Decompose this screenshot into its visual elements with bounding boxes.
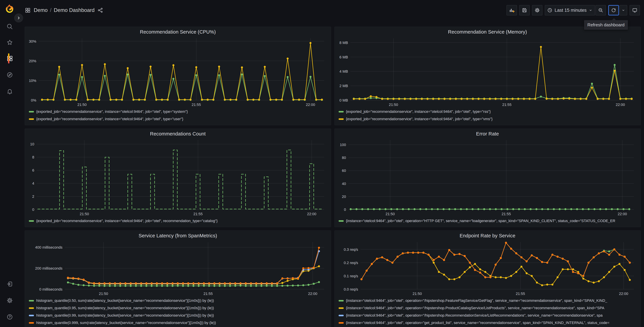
legend-item[interactable]: {exported_job="recommendationservice", i… (29, 115, 328, 123)
chart-legend: {instance="otelcol:9464", job="otel", op… (338, 297, 638, 326)
svg-text:2 MB: 2 MB (339, 84, 348, 88)
svg-text:21:50: 21:50 (412, 292, 422, 296)
sidebar-item-alerting[interactable] (5, 87, 14, 96)
zoom-out-time-button[interactable] (596, 5, 606, 16)
sidebar-item-search[interactable] (5, 22, 14, 31)
legend-label: histogram_quantile(0.95, sum(rate(latenc… (36, 306, 214, 310)
legend-swatch (29, 300, 34, 302)
timeseries-chart[interactable]: 02040608010021:5021:5522:00 (338, 138, 638, 217)
panel-title[interactable]: Recommendation Service (CPU%) (28, 28, 328, 36)
svg-text:21:55: 21:55 (502, 212, 511, 216)
legend-item[interactable]: {exported_job="recommendationservice", i… (29, 108, 328, 115)
zoom-out-icon (598, 8, 603, 13)
legend-item[interactable]: histogram_quantile(0.99, sum(rate(latenc… (29, 312, 328, 319)
panel-error-rate: Error Rate 02040608010021:5021:5522:00 {… (334, 128, 641, 227)
grafana-logo[interactable] (4, 4, 15, 14)
kiosk-mode-button[interactable] (630, 5, 640, 16)
time-range-label: Last 15 minutes (554, 8, 586, 13)
save-dashboard-button[interactable] (519, 5, 530, 16)
legend-swatch (29, 220, 34, 222)
gear-icon (534, 8, 540, 13)
refresh-interval-dropdown[interactable] (620, 5, 627, 16)
chart-legend: {exported_job="recommendationservice", i… (28, 217, 328, 224)
svg-text:21:55: 21:55 (516, 292, 525, 296)
svg-text:0.0 req/s: 0.0 req/s (344, 287, 358, 292)
sidebar-item-help[interactable] (5, 312, 14, 321)
sidebar-item-dashboards[interactable] (5, 54, 14, 63)
svg-text:0 milliseconds: 0 milliseconds (39, 287, 62, 292)
chevron-right-icon (16, 16, 21, 20)
svg-text:22:00: 22:00 (616, 102, 625, 107)
time-range-picker[interactable]: Last 15 minutes (545, 5, 595, 16)
dashboard-grid: Recommendation Service (CPU%) 0%10%20%30… (19, 20, 644, 327)
legend-swatch (338, 118, 344, 120)
add-panel-button[interactable] (506, 5, 517, 16)
svg-text:4: 4 (32, 181, 34, 186)
bell-icon (6, 88, 13, 95)
dashboard-toolbar: Last 15 minutes (506, 5, 640, 16)
breadcrumb-dashboard[interactable]: Demo Dashboard (54, 7, 94, 13)
legend-item[interactable]: {instance="otelcol:9464", job="otel", op… (338, 312, 638, 319)
share-icon[interactable] (98, 8, 103, 13)
legend-label: {exported_job="recommendationservice", i… (346, 117, 492, 121)
svg-text:0: 0 (32, 208, 34, 212)
svg-text:22:00: 22:00 (307, 212, 316, 216)
sidebar-expand-button[interactable] (14, 14, 23, 22)
legend-swatch (338, 322, 344, 324)
panel-recommendation-memory: Recommendation Service (Memory) 0 MB2 MB… (334, 27, 641, 125)
svg-text:6 MB: 6 MB (339, 55, 348, 59)
panel-title[interactable]: Service Latency (from SpanMetrics) (28, 232, 328, 239)
legend-item[interactable]: {instance="otelcol:9464", job="otel", op… (338, 319, 638, 326)
legend-label: {instance="otelcol:9464", job="otel", op… (346, 320, 610, 325)
legend-item[interactable]: histogram_quantile(0.95, sum(rate(latenc… (29, 304, 328, 312)
svg-text:21:50: 21:50 (389, 102, 398, 107)
legend-label: histogram_quantile(0.99, sum(rate(latenc… (36, 313, 214, 318)
gear-icon (6, 297, 13, 304)
timeseries-chart[interactable]: 0 MB2 MB4 MB6 MB8 MB21:5021:5522:00 (338, 36, 638, 108)
chevron-down-icon (588, 8, 593, 12)
timeseries-chart[interactable]: 0.0 req/s0.1 req/s0.2 req/s0.3 req/s21:5… (338, 239, 638, 297)
panel-title-text: Error Rate (476, 131, 499, 137)
panel-title[interactable]: Error Rate (338, 130, 638, 138)
panel-service-latency: Service Latency (from SpanMetrics) 0 mil… (25, 230, 331, 327)
legend-item[interactable]: {instance="otelcol:9464", job="otel", op… (338, 297, 638, 304)
svg-text:30%: 30% (29, 39, 36, 44)
chart-legend: {instance="otelcol:9464", job="otel", op… (338, 217, 638, 224)
legend-item[interactable]: {instance="otelcol:9464", job="otel", op… (338, 217, 638, 224)
legend-item[interactable]: histogram_quantile(0.50, sum(rate(latenc… (29, 297, 328, 304)
legend-item[interactable]: histogram_quantile(0.999, sum(rate(laten… (29, 319, 328, 326)
breadcrumb-folder[interactable]: Demo (34, 7, 48, 13)
panel-recommendations-count: Recommendations Count 024681021:5021:552… (25, 128, 331, 227)
panel-title[interactable]: Recommendations Count (28, 130, 328, 138)
svg-text:0.1 req/s: 0.1 req/s (344, 274, 358, 278)
svg-text:10%: 10% (29, 78, 36, 83)
chart-legend: {exported_job="recommendationservice", i… (28, 108, 328, 123)
save-dashboard-icon (522, 8, 527, 13)
panel-title-text: Recommendation Service (Memory) (448, 29, 527, 35)
timeseries-chart[interactable]: 0 milliseconds200 milliseconds400 millis… (28, 239, 328, 297)
sign-in-icon (6, 281, 13, 288)
svg-text:21:55: 21:55 (194, 212, 203, 216)
sidebar-item-configuration[interactable] (5, 296, 14, 305)
legend-item[interactable]: {exported_job="recommendationservice", i… (338, 115, 638, 123)
sidebar-item-starred[interactable] (5, 38, 14, 47)
refresh-dashboard-button[interactable] (608, 5, 619, 16)
legend-item[interactable]: {exported_job="recommendationservice", i… (29, 217, 328, 224)
panel-title[interactable]: Endpoint Rate by Service (338, 232, 638, 239)
sidebar-item-explore[interactable] (5, 70, 14, 79)
legend-item[interactable]: {instance="otelcol:9464", job="otel", op… (338, 304, 638, 312)
timeseries-chart[interactable]: 024681021:5021:5522:00 (28, 138, 328, 217)
svg-text:21:55: 21:55 (502, 102, 511, 107)
compass-icon (6, 72, 13, 78)
legend-item[interactable]: {exported_job="recommendationservice", i… (338, 108, 638, 115)
legend-label: histogram_quantile(0.999, sum(rate(laten… (36, 320, 216, 325)
timeseries-chart[interactable]: 0%10%20%30%21:5021:5522:00 (28, 36, 328, 108)
legend-swatch (338, 111, 344, 112)
dashboard-settings-button[interactable] (532, 5, 542, 16)
svg-text:22:00: 22:00 (618, 212, 627, 216)
sidebar-item-sign-in[interactable] (5, 280, 14, 288)
svg-text:40: 40 (342, 182, 346, 186)
legend-label: {instance="otelcol:9464", job="otel", op… (346, 313, 603, 318)
chevron-down-icon (621, 8, 625, 12)
panel-title-text: Recommendations Count (150, 131, 206, 137)
